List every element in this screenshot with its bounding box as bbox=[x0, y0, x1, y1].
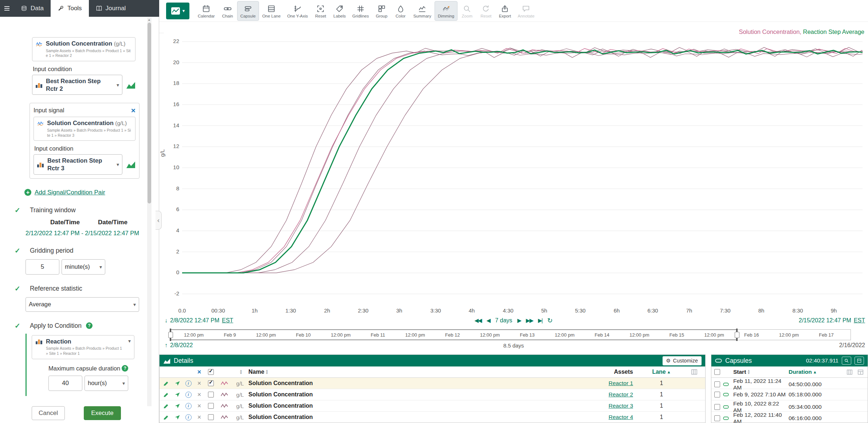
asset-link[interactable]: Reactor 4 bbox=[609, 414, 640, 420]
apply-to-condition-section[interactable]: ✓ Apply to Condition bbox=[15, 322, 146, 330]
toolbar-color-button[interactable]: Color bbox=[391, 1, 410, 21]
range-start-timezone[interactable]: EST bbox=[222, 317, 233, 324]
sort-icon[interactable] bbox=[266, 369, 268, 375]
toolbar-export-button[interactable]: Export bbox=[495, 1, 514, 21]
row-checkbox[interactable] bbox=[714, 381, 720, 387]
add-pair-link[interactable]: Add Signal/Condition Pair bbox=[35, 189, 105, 196]
refresh-icon[interactable]: ↻ bbox=[547, 317, 553, 325]
apply-condition-card[interactable]: Reaction Sample Assets » Batch Products … bbox=[32, 335, 134, 359]
max-capsule-duration-input[interactable] bbox=[48, 376, 82, 391]
send-pin-icon[interactable] bbox=[172, 414, 183, 420]
toolbar-group-button[interactable]: Group bbox=[372, 1, 391, 21]
asset-link[interactable]: Reactor 1 bbox=[609, 380, 640, 387]
timeline-right-handle[interactable] bbox=[736, 329, 738, 341]
info-icon[interactable] bbox=[183, 380, 194, 387]
tool-panel-scrollbar[interactable]: ▲ bbox=[147, 18, 152, 406]
toolbar-reset-zoom-button[interactable]: Reset bbox=[476, 1, 495, 21]
duration-column-header[interactable]: Duration bbox=[789, 369, 812, 375]
view-in-chart-button-2[interactable] bbox=[126, 160, 135, 168]
reference-statistic-section[interactable]: ✓ Reference statistic bbox=[15, 284, 146, 293]
signal-name[interactable]: Solution Concentration bbox=[248, 380, 567, 387]
scrollbar-up-arrow[interactable]: ▲ bbox=[148, 18, 151, 22]
name-column-header[interactable]: Name bbox=[248, 369, 264, 375]
remove-icon[interactable]: × bbox=[194, 380, 205, 387]
gridding-period-value-input[interactable] bbox=[25, 259, 59, 275]
lane-column-header[interactable]: Lane bbox=[652, 369, 665, 375]
row-checkbox[interactable] bbox=[714, 415, 720, 421]
input-signal-card-2[interactable]: Solution Concentration (g/L) Sample Asse… bbox=[34, 117, 135, 141]
info-icon[interactable] bbox=[183, 414, 194, 420]
toolbar-annotate-button[interactable]: Annotate bbox=[514, 1, 538, 21]
details-row[interactable]: × g/L Solution Concentration Reactor 1 1 bbox=[160, 378, 705, 389]
help-icon[interactable] bbox=[86, 322, 93, 329]
trend-chart[interactable] bbox=[182, 36, 863, 306]
toolbar-summary-button[interactable]: Summary bbox=[410, 1, 435, 21]
asset-link[interactable]: Reactor 2 bbox=[609, 391, 640, 398]
toolbar-calendar-button[interactable]: Calendar bbox=[195, 1, 218, 21]
columns-icon[interactable] bbox=[847, 369, 857, 375]
range-duration-button[interactable]: 7 days bbox=[495, 317, 512, 324]
panel-collapse-handle[interactable]: ‹ bbox=[156, 211, 162, 230]
view-in-chart-button-1[interactable] bbox=[126, 81, 135, 89]
signal-name[interactable]: Solution Concentration bbox=[248, 414, 567, 420]
start-column-header[interactable]: Start bbox=[733, 369, 746, 375]
toolbar-zoom-button[interactable]: Zoom bbox=[457, 1, 476, 21]
toolbar-labels-button[interactable]: Labels bbox=[330, 1, 349, 21]
sort-icon[interactable] bbox=[748, 369, 750, 375]
row-checkbox[interactable] bbox=[714, 392, 720, 397]
input-condition-dropdown-1[interactable]: Best Reaction Step Rctr 2 ▾ bbox=[32, 75, 122, 95]
columns-icon[interactable] bbox=[683, 369, 705, 375]
toolbar-dimming-button[interactable]: Dimming bbox=[435, 1, 457, 21]
tab-journal[interactable]: Journal bbox=[89, 0, 133, 17]
row-checkbox[interactable] bbox=[208, 414, 214, 420]
row-checkbox[interactable] bbox=[208, 403, 214, 409]
hamburger-menu-icon[interactable] bbox=[0, 0, 14, 17]
step-forward-fast-icon[interactable]: ▶▶ bbox=[526, 317, 533, 324]
legend-item-0[interactable]: Solution Concentration, bbox=[739, 28, 801, 35]
row-checkbox[interactable] bbox=[208, 392, 214, 397]
customize-button[interactable]: ⚙ Customize bbox=[663, 356, 702, 365]
capsule-row[interactable]: Feb 10, 2022 8:22 AM 05:34:00.000 bbox=[711, 400, 868, 412]
select-all-checkbox[interactable] bbox=[208, 369, 214, 375]
range-end-value[interactable]: 2/15/2022 12:47 PM bbox=[799, 317, 851, 324]
step-to-end-icon[interactable]: ▶| bbox=[538, 317, 542, 324]
range-start-value[interactable]: 2/8/2022 12:47 PM bbox=[170, 317, 219, 324]
remove-icon[interactable]: × bbox=[194, 402, 205, 410]
input-condition-dropdown-2[interactable]: Best Reaction Step Rctr 3 ▾ bbox=[34, 154, 122, 174]
tab-tools[interactable]: Tools bbox=[51, 0, 89, 17]
details-row[interactable]: × g/L Solution Concentration Reactor 2 1 bbox=[160, 389, 705, 400]
toolbar-chain-button[interactable]: Chain bbox=[218, 1, 237, 21]
execute-button[interactable]: Execute bbox=[84, 406, 121, 420]
remove-icon[interactable]: × bbox=[194, 391, 205, 399]
input-signal-card-1[interactable]: Solution Concentration (g/L) Sample Asse… bbox=[32, 37, 135, 61]
add-signal-condition-pair[interactable]: Add Signal/Condition Pair bbox=[24, 189, 146, 196]
send-pin-icon[interactable] bbox=[172, 392, 183, 397]
signal-name[interactable]: Solution Concentration bbox=[248, 403, 567, 409]
select-all-checkbox[interactable] bbox=[714, 369, 720, 375]
info-icon[interactable] bbox=[183, 392, 194, 398]
timeline-left-handle[interactable] bbox=[170, 329, 171, 341]
remove-icon[interactable]: × bbox=[194, 414, 205, 421]
send-pin-icon[interactable] bbox=[172, 380, 183, 386]
sort-icon[interactable] bbox=[240, 369, 242, 375]
toolbar-gridlines-button[interactable]: Gridlines bbox=[349, 1, 372, 21]
training-window-section[interactable]: ✓ Training window bbox=[15, 206, 146, 214]
reference-statistic-dropdown[interactable]: Average ▾ bbox=[25, 297, 139, 312]
details-row[interactable]: × g/L Solution Concentration Reactor 4 1 bbox=[160, 412, 705, 423]
capsule-row[interactable]: Feb 11, 2022 11:24 AM 04:50:00.000 bbox=[711, 378, 868, 389]
remove-pair-icon[interactable]: × bbox=[131, 108, 135, 113]
toolbar-capsule-button[interactable]: Capsule bbox=[237, 1, 259, 21]
details-row[interactable]: × g/L Solution Concentration Reactor 3 1 bbox=[160, 400, 705, 412]
arrow-up-icon[interactable]: ↑ bbox=[165, 342, 168, 349]
tab-data[interactable]: Data bbox=[14, 0, 51, 17]
send-pin-icon[interactable] bbox=[172, 403, 183, 409]
gridding-period-section[interactable]: ✓ Gridding period bbox=[15, 247, 146, 255]
remove-all-icon[interactable]: × bbox=[194, 368, 205, 376]
edit-pencil-icon[interactable] bbox=[160, 380, 172, 387]
step-forward-icon[interactable]: ▶ bbox=[517, 317, 521, 324]
edit-pencil-icon[interactable] bbox=[160, 414, 172, 420]
cancel-button[interactable]: Cancel bbox=[32, 406, 65, 420]
row-checkbox[interactable] bbox=[208, 380, 214, 386]
assets-column-header[interactable]: Assets bbox=[614, 369, 633, 375]
step-back-icon[interactable]: ◀ bbox=[487, 317, 490, 324]
